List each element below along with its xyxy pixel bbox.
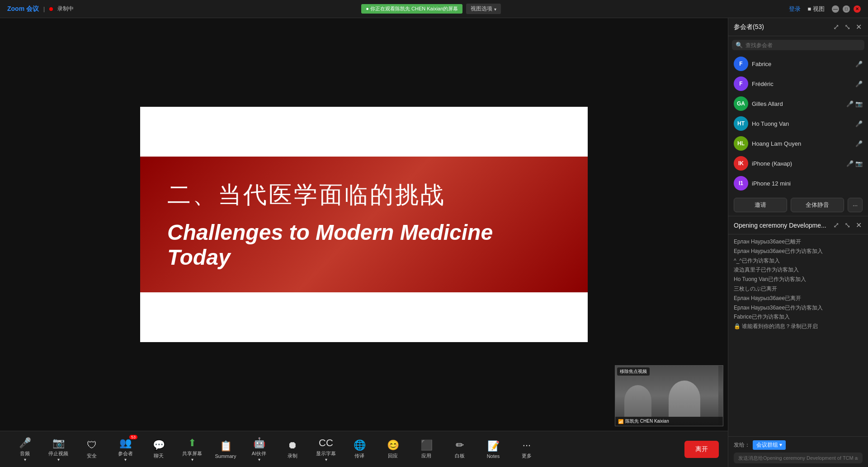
toolbar-icon-ai: 🤖 <box>253 437 265 449</box>
participants-close-button[interactable]: ✕ <box>855 22 863 32</box>
toolbar-label-translate: 传译 <box>354 453 364 459</box>
chat-message: 凌边真里子已作为访客加入 <box>734 266 863 274</box>
toolbar-item-whiteboard[interactable]: ✏白板 <box>444 436 476 462</box>
signal-icon: 📶 <box>618 419 623 424</box>
login-label[interactable]: 登录 <box>789 5 801 13</box>
participant-item[interactable]: FFabrice🎤 <box>728 54 868 74</box>
chat-popout-button[interactable]: ⤢ <box>832 220 840 230</box>
toolbar-item-security[interactable]: 🛡安全 <box>76 436 108 462</box>
participants-panel: 参会者(53) ⤢ ⤡ ✕ 🔍 FFabrice🎤FFrédéric🎤GAGil… <box>728 18 868 216</box>
avatar: GA <box>734 96 748 111</box>
participant-item[interactable]: HTHo Tuong Van🎤 <box>728 114 868 133</box>
minimize-button[interactable]: — <box>832 5 839 13</box>
avatar: HT <box>734 116 748 131</box>
toolbar-item-participants[interactable]: 53👥参会者▾ <box>109 434 141 465</box>
send-to-label: 发给： <box>734 441 750 449</box>
toolbar-label-screenshare: 共享屏幕 <box>182 450 202 457</box>
participants-popout-button[interactable]: ⤢ <box>832 22 840 32</box>
participants-expand-button[interactable]: ⤡ <box>844 22 851 32</box>
participant-name: Hoang Lam Quyen <box>752 140 852 147</box>
toolbar-item-summary[interactable]: 📋Summary <box>210 437 241 462</box>
toolbar-icon-chat: 💬 <box>152 439 165 452</box>
presenter-video: 移除焦点视频 📶 陈凯先 CHEN Kaixian <box>615 365 723 426</box>
chat-message: Ерлан Наурыз36аее已离开 <box>734 295 863 302</box>
toolbar-arrow-audio[interactable]: ▾ <box>24 457 26 462</box>
participant-item[interactable]: GAGilles Allard🎤📷 <box>728 94 868 114</box>
toolbar-item-ai[interactable]: 🤖AI伙伴▾ <box>243 434 275 465</box>
recording-label: 录制中 <box>57 5 74 13</box>
toolbar-label-caption: 显示字幕 <box>316 450 336 457</box>
video-icon: 📷 <box>855 160 863 167</box>
toolbar-arrow-video[interactable]: ▾ <box>57 457 60 462</box>
restore-button[interactable]: □ <box>843 5 850 13</box>
invite-button[interactable]: 邀请 <box>734 198 787 212</box>
view-label[interactable]: ■ 视图 <box>808 5 825 13</box>
toolbar-label-ai: AI伙伴 <box>252 450 266 457</box>
participants-panel-title: 参会者(53) <box>734 23 764 31</box>
toolbar-label-summary: Summary <box>215 453 236 459</box>
leave-button[interactable]: 离开 <box>684 441 719 458</box>
slide-bottom <box>140 292 588 342</box>
participant-item[interactable]: HLHoang Lam Quyen🎤 <box>728 133 868 153</box>
toolbar-item-more[interactable]: ···更多 <box>511 436 542 462</box>
toolbar-icon-summary: 📋 <box>219 440 232 453</box>
toolbar-label-security: 安全 <box>87 453 97 459</box>
toolbar-item-chat[interactable]: 💬聊天 <box>143 436 175 462</box>
video-icon: 📷 <box>855 100 863 107</box>
top-bar-right: 登录 ■ 视图 — □ ✕ <box>789 5 861 13</box>
participant-item[interactable]: I1iPhone 12 mini <box>728 173 868 193</box>
chat-panel-title: Opening ceremony Developme... <box>734 222 826 229</box>
participant-item[interactable]: IKiPhone (Канар)🎤📷 <box>728 153 868 173</box>
toolbar-item-notes[interactable]: 📝Notes <box>477 437 509 462</box>
chat-expand-button[interactable]: ⤡ <box>844 220 851 230</box>
toolbar-arrow-caption[interactable]: ▾ <box>325 457 327 462</box>
toolbar-icon-screenshare: ⬆ <box>186 437 198 449</box>
chat-input[interactable] <box>738 455 858 461</box>
send-to-button[interactable]: 会议群组 ▾ <box>753 440 786 450</box>
toolbar-icon-security: 🛡 <box>85 439 98 452</box>
recording-dot <box>49 7 53 11</box>
chat-message: Ерлан Наурыз36аее已離开 <box>734 238 863 246</box>
participants-panel-controls: ⤢ ⤡ ✕ <box>832 22 863 32</box>
view-options-button[interactable]: 视图选项 <box>466 4 501 14</box>
toolbar-icon-audio: 🎤 <box>19 437 31 449</box>
toolbar-item-reaction[interactable]: 😊回应 <box>377 436 409 462</box>
participant-icons: 🎤 <box>855 140 863 147</box>
action-buttons: 邀请 全体静音 ··· <box>728 194 868 216</box>
toolbar-item-translate[interactable]: 🌐传译 <box>344 436 375 462</box>
toolbar-arrow-ai[interactable]: ▾ <box>258 457 260 462</box>
chat-footer: 发给： 会议群组 ▾ <box>728 436 868 467</box>
chat-message: ^_^已作为访客加入 <box>734 257 863 265</box>
toolbar-arrow-participants[interactable]: ▾ <box>124 457 127 462</box>
chat-message: 🔒 谁能看到你的消息？录制已开启 <box>734 323 863 330</box>
close-button[interactable]: ✕ <box>854 5 861 13</box>
participant-icons: 🎤📷 <box>846 100 863 107</box>
toolbar-icon-translate: 🌐 <box>353 439 366 452</box>
participants-more-button[interactable]: ··· <box>848 198 863 212</box>
remove-focus-button[interactable]: 移除焦点视频 <box>617 367 650 376</box>
toolbar-arrow-screenshare[interactable]: ▾ <box>191 457 193 462</box>
chat-message: Ерлан Наурыз36аее已作为访客加入 <box>734 304 863 312</box>
participant-item[interactable]: FFrédéric🎤 <box>728 74 868 94</box>
participant-name: iPhone 12 mini <box>752 180 859 187</box>
chat-panel: Opening ceremony Developme... ⤢ ⤡ ✕ Ерла… <box>728 216 868 467</box>
toolbar-item-record[interactable]: ⏺录制 <box>277 436 308 462</box>
mute-all-button[interactable]: 全体静音 <box>791 198 844 212</box>
toolbar-item-caption[interactable]: CC显示字幕▾ <box>310 434 342 465</box>
mute-icon: 🎤 <box>855 61 863 67</box>
toolbar-item-video[interactable]: 📷停止视频▾ <box>42 434 74 465</box>
slide-title-en: Challenges to Modern Medicine Today <box>167 220 561 270</box>
toolbar-label-record: 录制 <box>288 453 297 459</box>
participants-panel-header: 参会者(53) ⤢ ⤡ ✕ <box>728 18 868 36</box>
search-input[interactable] <box>745 42 861 48</box>
toolbar-label-reaction: 回应 <box>388 453 398 459</box>
presenter-name: 陈凯先 CHEN Kaixian <box>625 418 669 424</box>
toolbar-item-screenshare[interactable]: ⬆共享屏幕▾ <box>176 434 208 465</box>
chat-close-button[interactable]: ✕ <box>855 220 863 230</box>
toolbar-item-audio[interactable]: 🎤音频▾ <box>9 434 41 465</box>
toolbar-item-apps[interactable]: ⬛应用 <box>410 436 442 462</box>
toolbar-label-video: 停止视频 <box>48 450 68 457</box>
toolbar-label-audio: 音频 <box>20 450 30 457</box>
slide-container: 二、当代医学面临的挑战 Challenges to Modern Medicin… <box>0 18 728 431</box>
participant-name: Fabrice <box>752 61 852 67</box>
